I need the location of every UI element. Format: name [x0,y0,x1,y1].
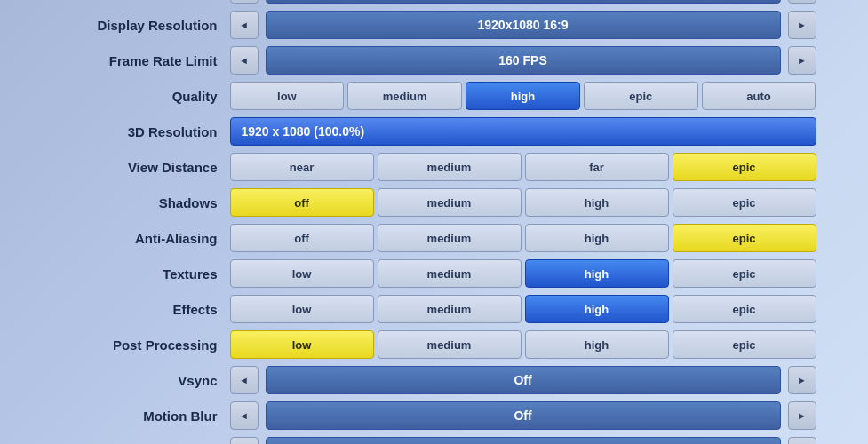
right-arrow-vsync[interactable]: ► [788,366,816,394]
option-textures-low[interactable]: low [230,259,374,288]
row-vsync: Vsync◄Off► [52,364,816,396]
option-view-distance-epic[interactable]: epic [673,153,816,181]
option-quality-low[interactable]: low [230,82,345,110]
right-arrow-display-resolution[interactable]: ► [788,11,816,39]
content-window-mode: ◄Fullscreen► [230,0,816,4]
option-textures-high[interactable]: high [525,259,669,288]
row-shadows: Shadowsoffmediumhighepic [52,186,816,218]
option-post-processing-high[interactable]: high [525,330,669,359]
label-frame-rate-limit: Frame Rate Limit [52,53,230,68]
content-frame-rate-limit: ◄160 FPS► [230,46,816,75]
left-arrow-motion-blur[interactable]: ◄ [230,401,259,430]
row-3d-resolution: 3D Resolution1920 x 1080 (100.0%) [52,115,816,147]
label-post-processing: Post Processing [52,337,230,353]
label-display-resolution: Display Resolution [52,18,230,33]
options-anti-aliasing: offmediumhighepic [230,224,816,252]
option-quality-epic[interactable]: epic [584,82,698,110]
row-display-resolution: Display Resolution◄1920x1080 16:9► [52,9,816,41]
content-effects: lowmediumhighepic [230,295,816,323]
right-arrow-window-mode[interactable]: ► [788,0,816,4]
content-vsync: ◄Off► [230,366,816,394]
label-vsync: Vsync [52,373,230,388]
value-frame-rate-limit: 160 FPS [266,46,781,75]
options-view-distance: nearmediumfarepic [230,153,816,181]
options-quality: lowmediumhighepicauto [230,82,816,110]
option-textures-epic[interactable]: epic [673,259,816,288]
settings-panel: Window Mode◄Fullscreen►Display Resolutio… [52,0,816,444]
resolution-display: 1920 x 1080 (100.0%) [230,117,816,146]
row-motion-blur: Motion Blur◄Off► [52,400,816,432]
option-view-distance-near[interactable]: near [230,153,374,181]
option-view-distance-far[interactable]: far [525,153,669,181]
label-quality: Quality [52,89,230,104]
left-arrow-frame-rate-limit[interactable]: ◄ [230,46,259,75]
content-display-resolution: ◄1920x1080 16:9► [230,11,816,39]
option-anti-aliasing-medium[interactable]: medium [378,224,522,252]
value-window-mode: Fullscreen [266,0,781,4]
row-frame-rate-limit: Frame Rate Limit◄160 FPS► [52,44,816,76]
value-motion-blur: Off [266,401,781,430]
value-show-fps: On [266,437,781,444]
option-anti-aliasing-epic[interactable]: epic [673,224,816,252]
option-shadows-epic[interactable]: epic [673,188,816,217]
label-view-distance: View Distance [52,160,230,175]
option-quality-high[interactable]: high [466,82,580,110]
row-quality: Qualitylowmediumhighepicauto [52,80,816,112]
row-show-fps: Show FPS◄On► [52,435,816,444]
option-anti-aliasing-high[interactable]: high [525,224,669,252]
content-view-distance: nearmediumfarepic [230,153,816,181]
option-quality-medium[interactable]: medium [347,82,462,110]
value-vsync: Off [266,366,781,394]
row-post-processing: Post Processinglowmediumhighepic [52,329,816,361]
right-arrow-motion-blur[interactable]: ► [788,401,816,430]
content-motion-blur: ◄Off► [230,401,816,430]
option-anti-aliasing-off[interactable]: off [230,224,374,252]
option-textures-medium[interactable]: medium [378,259,522,288]
options-shadows: offmediumhighepic [230,188,816,217]
left-arrow-window-mode[interactable]: ◄ [230,0,259,4]
row-window-mode: Window Mode◄Fullscreen► [52,0,816,5]
content-post-processing: lowmediumhighepic [230,330,816,359]
content-show-fps: ◄On► [230,437,816,444]
content-shadows: offmediumhighepic [230,188,816,217]
label-textures: Textures [52,266,230,281]
option-shadows-high[interactable]: high [525,188,669,217]
content-anti-aliasing: offmediumhighepic [230,224,816,252]
right-arrow-show-fps[interactable]: ► [788,437,816,444]
option-post-processing-epic[interactable]: epic [673,330,816,359]
option-effects-medium[interactable]: medium [378,295,522,323]
left-arrow-vsync[interactable]: ◄ [230,366,259,394]
label-3d-resolution: 3D Resolution [52,124,230,139]
label-shadows: Shadows [52,195,230,210]
row-textures: Textureslowmediumhighepic [52,258,816,289]
row-effects: Effectslowmediumhighepic [52,293,816,325]
options-post-processing: lowmediumhighepic [230,330,816,359]
option-view-distance-medium[interactable]: medium [378,153,522,181]
options-effects: lowmediumhighepic [230,295,816,323]
label-motion-blur: Motion Blur [52,408,230,424]
option-effects-epic[interactable]: epic [673,295,816,323]
option-post-processing-low[interactable]: low [230,330,374,359]
row-view-distance: View Distancenearmediumfarepic [52,151,816,183]
right-arrow-frame-rate-limit[interactable]: ► [788,46,816,75]
option-shadows-medium[interactable]: medium [378,188,522,217]
option-shadows-off[interactable]: off [230,188,374,217]
option-post-processing-medium[interactable]: medium [378,330,522,359]
options-textures: lowmediumhighepic [230,259,816,288]
option-quality-auto[interactable]: auto [702,82,816,110]
content-textures: lowmediumhighepic [230,259,816,288]
label-effects: Effects [52,302,230,317]
value-display-resolution: 1920x1080 16:9 [266,11,781,39]
left-arrow-show-fps[interactable]: ◄ [230,437,259,444]
option-effects-low[interactable]: low [230,295,374,323]
option-effects-high[interactable]: high [525,295,669,323]
content-quality: lowmediumhighepicauto [230,82,816,110]
row-anti-aliasing: Anti-Aliasingoffmediumhighepic [52,222,816,254]
content-3d-resolution: 1920 x 1080 (100.0%) [230,117,816,146]
left-arrow-display-resolution[interactable]: ◄ [230,11,259,39]
label-anti-aliasing: Anti-Aliasing [52,231,230,246]
